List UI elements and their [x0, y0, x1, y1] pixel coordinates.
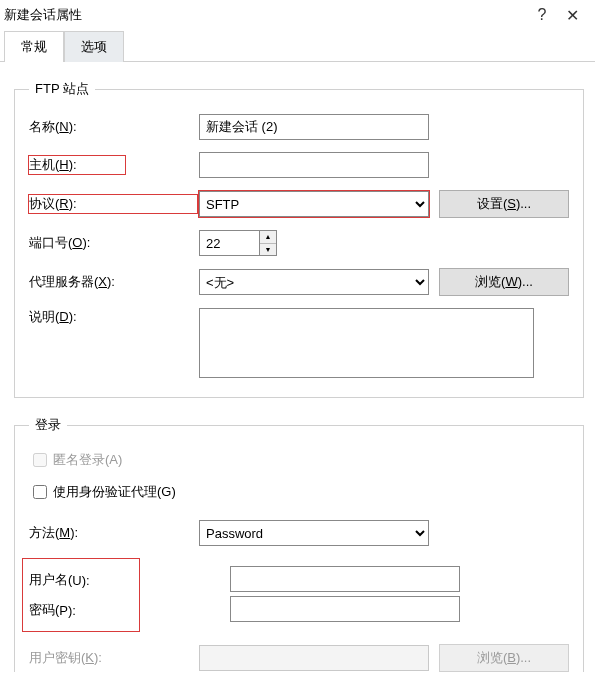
help-button[interactable]: ? — [527, 6, 557, 24]
method-select[interactable]: Password — [199, 520, 429, 546]
ftp-site-group: FTP 站点 名称(N): 主机(H): 协议(R): SFTP 设置(S)..… — [14, 80, 584, 398]
login-legend: 登录 — [29, 416, 67, 434]
ftp-site-legend: FTP 站点 — [29, 80, 95, 98]
proxy-browse-button[interactable]: 浏览(W)... — [439, 268, 569, 296]
spin-up-icon[interactable]: ▲ — [260, 231, 276, 244]
titlebar: 新建会话属性 ? ✕ — [0, 0, 595, 30]
protocol-label: 协议(R): — [29, 195, 197, 213]
password-field[interactable] — [230, 596, 460, 622]
tab-bar: 常规 选项 — [0, 30, 595, 62]
port-spin-buttons[interactable]: ▲▼ — [259, 230, 277, 256]
auth-agent-checkbox-row[interactable]: 使用身份验证代理(G) — [29, 482, 569, 502]
host-field[interactable] — [199, 152, 429, 178]
description-label: 说明(D): — [29, 308, 199, 326]
auth-agent-label: 使用身份验证代理(G) — [53, 483, 176, 501]
protocol-select[interactable]: SFTP — [199, 191, 429, 217]
content-area: FTP 站点 名称(N): 主机(H): 协议(R): SFTP 设置(S)..… — [0, 62, 595, 672]
description-field[interactable] — [199, 308, 534, 378]
window-title: 新建会话属性 — [4, 6, 527, 24]
port-stepper[interactable]: ▲▼ — [199, 230, 279, 256]
port-field[interactable] — [199, 230, 259, 256]
proxy-select[interactable]: <无> — [199, 269, 429, 295]
close-button[interactable]: ✕ — [557, 6, 587, 25]
userkey-label: 用户密钥(K): — [29, 649, 199, 667]
tab-options[interactable]: 选项 — [64, 31, 124, 62]
spin-down-icon[interactable]: ▼ — [260, 244, 276, 256]
anonymous-label: 匿名登录(A) — [53, 451, 122, 469]
auth-agent-checkbox[interactable] — [33, 485, 47, 499]
tab-general[interactable]: 常规 — [4, 31, 64, 62]
anonymous-checkbox — [33, 453, 47, 467]
username-field[interactable] — [230, 566, 460, 592]
userkey-field — [199, 645, 429, 671]
name-label: 名称(N): — [29, 118, 199, 136]
host-label: 主机(H): — [29, 156, 125, 174]
anonymous-checkbox-row: 匿名登录(A) — [29, 450, 569, 470]
setup-button[interactable]: 设置(S)... — [439, 190, 569, 218]
method-label: 方法(M): — [29, 524, 199, 542]
name-field[interactable] — [199, 114, 429, 140]
username-label: 用户名(U): — [29, 565, 133, 595]
login-group: 登录 匿名登录(A) 使用身份验证代理(G) 方法(M): Password 用… — [14, 416, 584, 672]
password-label: 密码(P): — [29, 595, 133, 625]
credentials-highlight: 用户名(U): 密码(P): — [22, 558, 140, 632]
proxy-label: 代理服务器(X): — [29, 273, 199, 291]
port-label: 端口号(O): — [29, 234, 199, 252]
userkey-browse-button: 浏览(B)... — [439, 644, 569, 672]
